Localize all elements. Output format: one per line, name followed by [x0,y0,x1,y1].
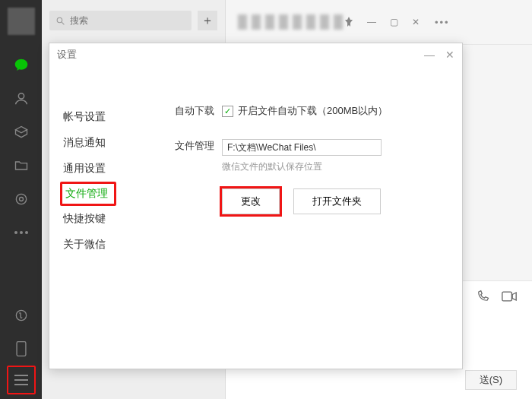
menu-highlight-box [7,366,36,394]
close-button[interactable]: ✕ [412,17,420,27]
nav-general[interactable]: 通用设置 [63,156,137,182]
change-button[interactable]: 更改 [222,188,280,214]
dialog-minimize-button[interactable]: — [424,49,435,61]
titlebar: — ▢ ✕ ••• [226,0,532,44]
file-path-hint: 微信文件的默认保存位置 [222,160,439,173]
chat-more-icon[interactable]: ••• [435,17,450,28]
dialog-header: 设置 — ✕ [49,43,462,66]
svg-point-4 [25,231,28,234]
svg-line-8 [62,22,64,24]
svg-rect-6 [17,342,26,356]
menu-icon[interactable] [11,370,31,390]
svg-point-0 [16,194,26,204]
minimize-button[interactable]: — [367,17,376,27]
phone-icon[interactable] [11,339,31,359]
nav-files[interactable]: 文件管理 [65,187,108,199]
miniprogram-icon[interactable] [11,306,31,325]
search-row: ＋ [42,0,225,38]
moments-icon[interactable] [11,189,31,209]
row-auto-download: 自动下载 ✓ 开启文件自动下载（200MB以内） [160,104,439,118]
dialog-title: 设置 [57,48,413,62]
more-dots-icon[interactable] [11,223,31,242]
nav-files-highlight: 文件管理 [60,182,116,206]
nav-shortcut[interactable]: 快捷按键 [63,206,137,232]
svg-point-7 [57,17,62,23]
voice-call-icon[interactable] [476,290,489,303]
nav-account[interactable]: 帐号设置 [63,104,137,130]
chat-icon[interactable] [11,55,31,75]
file-path-input[interactable] [222,139,382,156]
checkbox-checked-icon: ✓ [222,106,233,117]
svg-point-3 [20,231,23,234]
send-button[interactable]: 送(S) [465,370,517,390]
row-file-path: 文件管理 微信文件的默认保存位置 更改 打开文件夹 [160,139,439,214]
pin-button[interactable] [344,17,353,27]
video-call-icon[interactable] [502,291,517,302]
auto-download-checkbox[interactable]: ✓ 开启文件自动下载（200MB以内） [222,104,388,118]
nav-about[interactable]: 关于微信 [63,232,137,258]
svg-rect-9 [502,292,512,301]
sidebar-rail [0,0,42,399]
files-icon[interactable] [11,156,31,176]
avatar[interactable] [8,8,35,35]
maximize-button[interactable]: ▢ [390,17,398,27]
search-input[interactable] [70,15,185,26]
settings-content: 自动下载 ✓ 开启文件自动下载（200MB以内） 文件管理 微信文件的默认保存位… [137,66,462,369]
label-file-mgmt: 文件管理 [160,139,214,153]
favorites-icon[interactable] [11,122,31,142]
new-chat-button[interactable]: ＋ [198,11,217,30]
window-controls: — ▢ ✕ [344,17,420,27]
dialog-body: 帐号设置 消息通知 通用设置 文件管理 快捷按键 关于微信 自动下载 ✓ 开启文… [49,66,462,369]
auto-download-checkbox-label: 开启文件自动下载（200MB以内） [238,104,388,118]
settings-dialog: 设置 — ✕ 帐号设置 消息通知 通用设置 文件管理 快捷按键 关于微信 自动下… [49,43,463,369]
contacts-icon[interactable] [11,89,31,109]
app-root: ＋ — ▢ ✕ ••• [0,0,532,399]
svg-point-5 [16,310,26,320]
settings-nav: 帐号设置 消息通知 通用设置 文件管理 快捷按键 关于微信 [49,66,137,369]
nav-notify[interactable]: 消息通知 [63,130,137,156]
dialog-close-button[interactable]: ✕ [445,49,454,61]
search-icon [55,16,65,26]
button-row: 更改 打开文件夹 [222,188,439,214]
svg-point-1 [19,198,23,201]
svg-point-2 [14,231,17,234]
open-folder-button[interactable]: 打开文件夹 [293,188,381,214]
chat-title [238,14,344,30]
search-box[interactable] [49,11,192,30]
label-auto-download: 自动下载 [160,104,214,118]
